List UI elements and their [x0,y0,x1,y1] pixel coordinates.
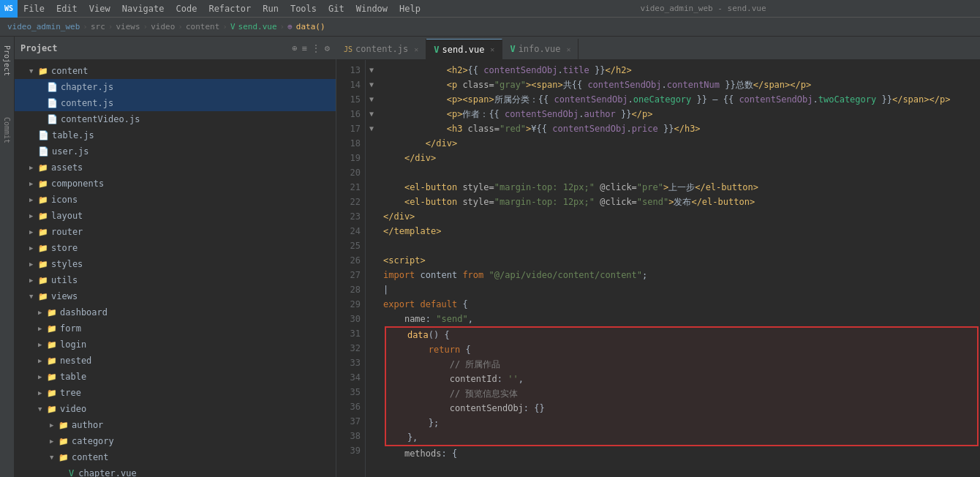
ws-logo: WS [0,0,18,18]
commit-tab[interactable]: Commit [1,111,13,149]
menu-view[interactable]: View [83,0,116,18]
tree-content-views[interactable]: ▼ 📁 content [15,449,336,465]
tree-table-js[interactable]: 📄 table.js [15,127,336,143]
tab-sendvue-icon: V [434,45,439,55]
code-line-24: </template> [383,224,980,238]
expand-icon[interactable]: ⋮ [312,43,320,53]
breadcrumb-file[interactable]: send.vue [238,22,277,31]
code-line-21: <el-button style="margin-top: 12px;" @cl… [383,180,980,195]
tree-video[interactable]: ▼ 📁 video [15,401,336,417]
project-tab[interactable]: Project [1,40,13,82]
tree-content-js[interactable]: 📄 chapter.js [15,79,336,95]
locate-icon[interactable]: ⊕ [292,43,297,53]
breadcrumb-video[interactable]: video [151,22,175,31]
tree-nested[interactable]: ▶ 📁 nested [15,353,336,369]
breadcrumb-src[interactable]: src [91,22,105,31]
code-line-23: </div> [383,209,980,224]
tree-chapter-vue[interactable]: V chapter.vue [15,465,336,477]
settings-icon[interactable]: ⚙ [325,43,330,53]
menu-navigate[interactable]: Navigate [116,0,170,18]
code-line-34: contentId: '', [386,372,977,386]
menu-items: File Edit View Navigate Code Refactor Ru… [18,0,426,18]
code-line-39: methods: { [383,446,980,461]
code-line-33: // 所属作品 [386,357,977,372]
tab-infovue-icon: V [510,44,515,54]
tab-infovue[interactable]: V info.vue ✕ [502,39,578,59]
menu-refactor[interactable]: Refactor [203,0,257,18]
tree-content-folder[interactable]: ▼ 📁 content [15,63,336,79]
breadcrumb: video_admin_web › src › views › video › … [0,18,980,37]
code-line-38: }, [386,430,977,445]
menu-tools[interactable]: Tools [284,0,323,18]
tree-author[interactable]: ▶ 📁 author [15,417,336,433]
sidebar-title: Project [20,43,58,53]
tree-contentjs[interactable]: 📄 content.js [15,95,336,111]
code-line-15: <p><span>所属分类：{{ contentSendObj.oneCateg… [383,92,980,107]
tree-store[interactable]: ▶ 📁 store [15,240,336,256]
code-line-18: </div> [383,136,980,151]
menu-code[interactable]: Code [170,0,203,18]
tree-dashboard[interactable]: ▶ 📁 dashboard [15,304,336,320]
tree-utils[interactable]: ▶ 📁 utils [15,272,336,288]
code-line-35: // 预览信息实体 [386,386,977,401]
menu-help[interactable]: Help [393,0,426,18]
code-line-14: <p class="gray"><span>共{{ contentSendObj… [383,78,980,92]
code-line-25 [383,238,980,253]
gutter: ▼ ▼ ▼ ▼▼ [366,60,377,477]
tree-layout[interactable]: ▶ 📁 layout [15,208,336,224]
tree-table[interactable]: ▶ 📁 table [15,369,336,385]
tree-views[interactable]: ▼ 📁 views [15,288,336,304]
code-line-17: <h3 class="red">¥{{ contentSendObj.price… [383,121,980,136]
sidebar-actions: ⊕ ≡ ⋮ ⚙ [292,43,330,53]
menu-edit[interactable]: Edit [50,0,83,18]
code-line-30: name: "send", [383,312,980,326]
menu-window[interactable]: Window [350,0,393,18]
tab-sendvue-label: send.vue [442,45,485,55]
sidebar-header: Project ⊕ ≡ ⋮ ⚙ [15,37,336,60]
tree-contentvideo-js[interactable]: 📄 contentVideo.js [15,111,336,127]
tab-sendvue-close[interactable]: ✕ [490,45,494,53]
tree-icons[interactable]: ▶ 📁 icons [15,192,336,208]
tree-tree[interactable]: ▶ 📁 tree [15,385,336,401]
tree-components[interactable]: ▶ 📁 components [15,176,336,192]
code-line-26: <script> [383,253,980,268]
code-area: 1314151617 1819202122 2324252627 2829303… [336,60,980,477]
breadcrumb-vue-icon: V [230,22,235,31]
tab-contentjs[interactable]: JS content.js ✕ [336,39,426,59]
line-numbers: 1314151617 1819202122 2324252627 2829303… [336,60,366,477]
code-line-13: <h2>{{ contentSendObj.title }}</h2> [383,63,980,78]
tab-contentjs-label: content.js [355,44,408,54]
tree-user-js[interactable]: 📄 user.js [15,143,336,159]
window-title: video_admin_web - send.vue [640,4,766,13]
tree-assets[interactable]: ▶ 📁 assets [15,159,336,176]
menu-git[interactable]: Git [323,0,350,18]
tab-infovue-label: info.vue [519,44,561,54]
tree-form[interactable]: ▶ 📁 form [15,320,336,337]
breadcrumb-func-icon: ⊕ [287,22,293,31]
collapse-icon[interactable]: ≡ [302,43,307,53]
tree-login[interactable]: ▶ 📁 login [15,337,336,353]
tree-category[interactable]: ▶ 📁 category [15,433,336,449]
breadcrumb-func[interactable]: data() [296,22,325,31]
menubar: WS File Edit View Navigate Code Refactor… [0,0,980,18]
code-line-27: import content from "@/api/video/content… [383,268,980,282]
tab-sendvue[interactable]: V send.vue ✕ [426,39,502,59]
highlight-region: data() { return { // 所属作品 content [385,326,979,446]
breadcrumb-views[interactable]: views [116,22,140,31]
code-content[interactable]: <h2>{{ contentSendObj.title }}</h2> <p c… [377,60,980,477]
tab-contentjs-close[interactable]: ✕ [414,45,418,53]
code-line-28: | [383,282,980,297]
breadcrumb-project[interactable]: video_admin_web [7,22,80,31]
breadcrumb-content[interactable]: content [186,22,219,31]
tab-infovue-close[interactable]: ✕ [566,45,570,53]
code-line-37: }; [386,416,977,430]
editor: JS content.js ✕ V send.vue ✕ V info.vue … [336,37,980,477]
tab-js-icon: JS [344,45,353,53]
left-panel: Project Commit [0,37,15,477]
menu-run[interactable]: Run [257,0,284,18]
tree-router[interactable]: ▶ 📁 router [15,224,336,240]
tree-styles[interactable]: ▶ 📁 styles [15,256,336,272]
code-line-22: <el-button style="margin-top: 12px;" @cl… [383,195,980,209]
menu-file[interactable]: File [18,0,50,18]
editor-tabs: JS content.js ✕ V send.vue ✕ V info.vue … [336,37,980,60]
